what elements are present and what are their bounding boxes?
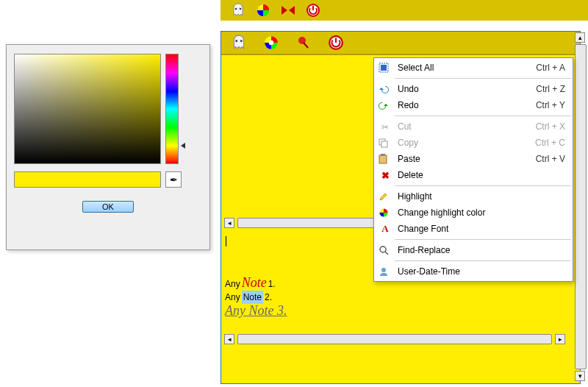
text-fancy: Note: [242, 276, 267, 289]
menu-item-label: Delete: [398, 170, 559, 180]
color-hue-slider[interactable]: [165, 54, 179, 164]
menu-item-shortcut: Ctrl + Z: [536, 84, 565, 94]
menu-separator: [395, 116, 571, 116]
menu-item-shortcut: Ctrl + A: [536, 63, 565, 73]
color-wheel-icon: [379, 207, 392, 218]
text-highlighted: Note: [242, 291, 263, 304]
menu-item-undo[interactable]: UndoCtrl + Z: [374, 81, 573, 97]
svg-point-1: [240, 8, 242, 10]
vertical-scrollbar[interactable]: ▴ ▾: [575, 32, 587, 381]
scroll-up-icon[interactable]: ▴: [575, 32, 585, 43]
menu-separator: [395, 185, 571, 186]
menu-item-shortcut: Ctrl + C: [535, 138, 565, 148]
menu-item-find-replace[interactable]: Find-Replace: [374, 242, 573, 258]
bowtie-icon[interactable]: [281, 3, 295, 18]
menu-item-change-highlight-color[interactable]: Change highlight color: [374, 205, 573, 221]
svg-point-0: [235, 8, 237, 10]
note-text-area[interactable]: Any Note 1. Any Note 2. Any Note 3.: [225, 276, 287, 317]
delete-icon: ✖: [379, 170, 392, 181]
note-toolbar: [221, 32, 580, 55]
text-italic: Any Note 3.: [225, 304, 287, 317]
svg-rect-14: [381, 154, 385, 156]
color-sv-area[interactable]: [14, 54, 161, 164]
menu-item-cut: ✂CutCtrl + X: [374, 118, 573, 135]
menu-item-label: Select All: [398, 63, 530, 73]
app-mini-toolbar: [220, 0, 588, 21]
user-icon: [379, 266, 392, 277]
menu-item-select-all[interactable]: Select AllCtrl + A: [374, 60, 573, 76]
pin-icon[interactable]: [295, 34, 312, 52]
menu-item-label: Change highlight color: [398, 207, 559, 218]
power-icon[interactable]: [306, 3, 320, 18]
context-menu: Select AllCtrl + AUndoCtrl + ZRedoCtrl +…: [373, 57, 573, 282]
menu-item-label: Highlight: [398, 191, 559, 202]
eyedropper-icon: ✒: [170, 174, 178, 185]
menu-item-label: Copy: [398, 138, 529, 148]
color-wheel-icon[interactable]: [256, 3, 270, 18]
note-line-1: Any Note 1.: [225, 276, 287, 291]
menu-item-user-date-time[interactable]: User-Date-Time: [374, 263, 573, 280]
cut-icon: ✂: [379, 121, 392, 132]
eyedropper-button[interactable]: ✒: [165, 171, 182, 188]
menu-item-change-font[interactable]: AChange Font: [374, 221, 573, 237]
highlight-icon: [379, 191, 392, 202]
svg-point-5: [240, 40, 243, 42]
text: Any: [225, 277, 240, 291]
menu-item-redo[interactable]: RedoCtrl + Y: [374, 97, 573, 113]
text-cursor: [226, 236, 226, 246]
copy-icon: [379, 138, 392, 148]
color-preview-swatch: [14, 171, 161, 188]
ok-button[interactable]: OK: [82, 201, 134, 213]
menu-item-label: Find-Replace: [398, 245, 559, 255]
svg-point-16: [381, 268, 386, 272]
text: 1.: [268, 277, 276, 291]
menu-item-label: Paste: [398, 154, 530, 164]
menu-separator: [395, 239, 571, 240]
menu-item-highlight[interactable]: Highlight: [374, 188, 573, 205]
text: Any: [225, 291, 240, 304]
svg-rect-12: [381, 141, 387, 147]
menu-item-shortcut: Ctrl + V: [536, 154, 565, 164]
scroll-down-icon[interactable]: ▾: [575, 371, 585, 381]
ghost-icon[interactable]: [230, 34, 248, 52]
hue-marker-icon: [181, 143, 185, 149]
ghost-icon[interactable]: [231, 3, 245, 18]
scroll-track[interactable]: [237, 334, 552, 344]
menu-item-label: Undo: [398, 84, 530, 94]
select-all-icon: [379, 63, 392, 73]
svg-rect-13: [379, 155, 387, 163]
menu-separator: [395, 260, 571, 261]
find-icon: [379, 245, 392, 255]
note-line-3: Any Note 3.: [225, 304, 287, 317]
font-icon: A: [379, 223, 392, 235]
menu-item-label: Change Font: [398, 224, 559, 234]
paste-icon: [379, 154, 392, 164]
redo-icon: [379, 100, 392, 110]
scroll-track[interactable]: [575, 44, 587, 369]
scroll-left-icon[interactable]: ◂: [224, 334, 234, 344]
svg-rect-10: [381, 65, 387, 71]
horizontal-scrollbar-lower[interactable]: ◂ ▸: [224, 333, 565, 345]
svg-point-15: [380, 246, 386, 252]
menu-item-label: Redo: [398, 100, 530, 110]
menu-item-paste[interactable]: PasteCtrl + V: [374, 151, 573, 167]
color-picker-window: ✒ OK: [6, 44, 210, 250]
menu-item-shortcut: Ctrl + Y: [536, 100, 565, 110]
svg-point-6: [269, 40, 274, 46]
power-icon[interactable]: [327, 34, 345, 52]
menu-item-delete[interactable]: ✖Delete: [374, 167, 573, 183]
menu-item-label: User-Date-Time: [398, 266, 559, 277]
note-line-2: Any Note 2.: [225, 291, 287, 304]
undo-icon: [379, 84, 392, 94]
scroll-right-icon[interactable]: ▸: [555, 334, 565, 344]
menu-separator: [395, 78, 571, 79]
menu-item-copy: CopyCtrl + C: [374, 135, 573, 151]
menu-item-label: Cut: [398, 121, 530, 132]
color-wheel-icon[interactable]: [262, 34, 280, 52]
text: 2.: [265, 291, 272, 304]
svg-point-4: [235, 40, 237, 42]
menu-item-shortcut: Ctrl + X: [536, 121, 565, 132]
scroll-left-icon[interactable]: ◂: [224, 218, 234, 228]
